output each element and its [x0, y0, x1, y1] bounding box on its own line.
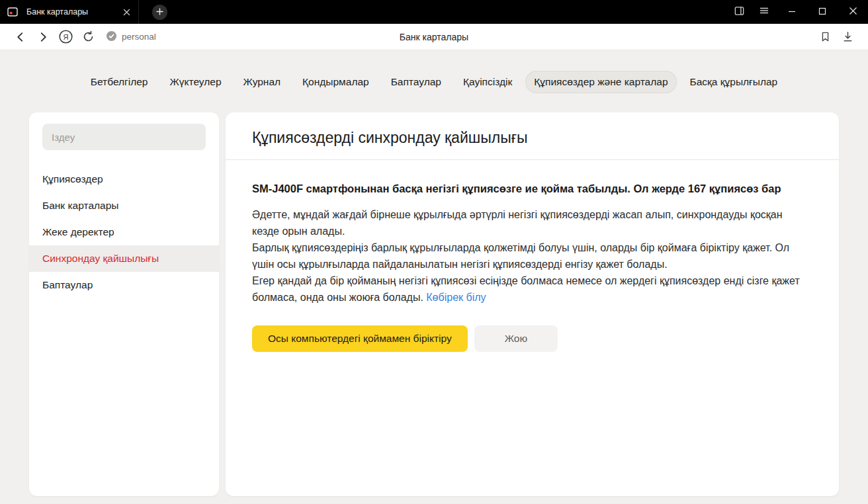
sidebar-item-settings[interactable]: Баптаулар — [29, 272, 219, 298]
sidebar-item-bank-cards[interactable]: Банк карталары — [29, 192, 219, 219]
refresh-button[interactable] — [77, 26, 99, 48]
protect-badge[interactable]: personal — [106, 30, 156, 44]
tab-title: Банк карталары — [26, 7, 115, 17]
protect-label: personal — [122, 32, 156, 42]
new-tab-button[interactable] — [152, 5, 167, 20]
yandex-home-button[interactable]: Я — [54, 26, 77, 48]
sidebar-item-passwords[interactable]: Құпиясөздер — [29, 166, 219, 192]
browser-toolbar: Я personal Банк карталары — [0, 24, 868, 50]
nav-tab-history[interactable]: Журнал — [235, 71, 290, 93]
nav-tab-bookmarks[interactable]: Бетбелгілер — [82, 71, 157, 93]
window-close-icon — [849, 6, 857, 18]
bookmark-flag-icon — [820, 31, 831, 42]
sidebar-item-sync-conflict[interactable]: Синхрондау қайшылығы — [29, 245, 219, 272]
yandex-logo-icon: Я — [58, 29, 73, 44]
paragraph: Барлық құпиясөздеріңіз барлық құрылғылар… — [252, 239, 801, 273]
browser-logo-icon — [7, 6, 19, 18]
nav-tab-passwords-and-cards[interactable]: Құпиясөздер және карталар — [525, 71, 676, 93]
sidebar-item-personal-data[interactable]: Жеке деректер — [29, 219, 219, 245]
conflict-description: Әдетте, мұндай жағдай бірнеше құрылғыда … — [252, 206, 801, 306]
delete-button[interactable]: Жою — [474, 325, 558, 352]
maximize-icon — [818, 6, 826, 18]
refresh-icon — [82, 30, 95, 43]
search-input[interactable] — [42, 124, 206, 150]
back-button[interactable] — [9, 26, 32, 48]
nav-tab-security[interactable]: Қауіпсіздік — [455, 71, 521, 93]
forward-button[interactable] — [32, 26, 54, 48]
downloads-button[interactable] — [836, 26, 859, 48]
plus-icon — [156, 6, 163, 18]
hamburger-menu-icon — [759, 5, 769, 19]
sync-conflict-panel: Құпиясөздерді синхрондау қайшылығы SM-J4… — [226, 112, 839, 496]
settings-nav: Бетбелгілер Жүктеулер Журнал Қондырмалар… — [0, 50, 868, 93]
tab-close-icon[interactable] — [120, 6, 133, 19]
side-panel-button[interactable] — [726, 0, 752, 24]
download-icon — [842, 30, 854, 43]
panel-title: Құпиясөздерді синхрондау қайшылығы — [226, 112, 839, 159]
paragraph-text: Егер қандай да бір қойманың негізгі құпи… — [252, 275, 800, 303]
minimize-icon — [788, 6, 796, 18]
window-close-button[interactable] — [838, 0, 868, 24]
bookmark-button[interactable] — [814, 26, 836, 48]
nav-tab-settings[interactable]: Баптаулар — [382, 71, 450, 93]
protect-status-icon — [106, 30, 117, 44]
browser-tab-bar: Банк карталары — [0, 0, 868, 24]
paragraph: Әдетте, мұндай жағдай бірнеше құрылғыда … — [252, 206, 801, 239]
passwords-sidebar: Құпиясөздер Банк карталары Жеке деректер… — [29, 112, 219, 496]
conflict-heading: SM-J400F смартфонынан басқа негізгі құпи… — [252, 181, 801, 197]
forward-arrow-icon — [36, 30, 50, 44]
nav-tab-extensions[interactable]: Қондырмалар — [294, 71, 378, 93]
sidebar-list: Құпиясөздер Банк карталары Жеке деректер… — [29, 166, 219, 298]
tabs-menu-button[interactable] — [752, 0, 777, 24]
settings-page: Бетбелгілер Жүктеулер Журнал Қондырмалар… — [0, 50, 868, 504]
nav-tab-other-devices[interactable]: Басқа құрылғылар — [681, 71, 787, 93]
browser-tab[interactable]: Банк карталары — [26, 0, 139, 24]
nav-tab-downloads[interactable]: Жүктеулер — [161, 71, 230, 93]
window-maximize-button[interactable] — [807, 0, 838, 24]
back-arrow-icon — [14, 30, 27, 44]
paragraph: Егер қандай да бір қойманың негізгі құпи… — [252, 273, 801, 306]
learn-more-link[interactable]: Көбірек білу — [426, 292, 486, 303]
side-panel-icon — [734, 5, 745, 19]
window-minimize-button[interactable] — [777, 0, 807, 24]
svg-text:Я: Я — [63, 33, 68, 41]
merge-storage-button[interactable]: Осы компьютердегі қоймамен біріктіру — [252, 325, 468, 352]
